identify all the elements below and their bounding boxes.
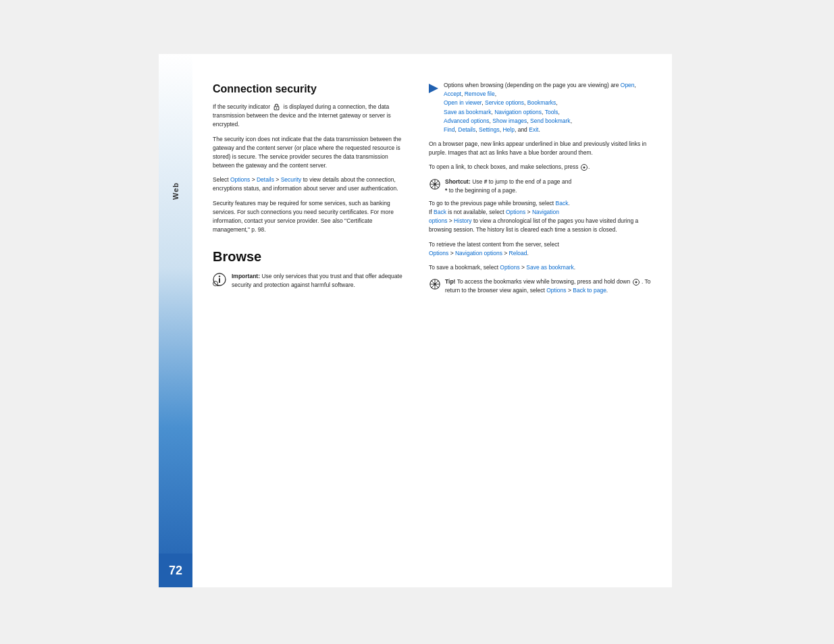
para2: The security icon does not indicate that…: [213, 135, 409, 171]
para1: If the security indicator is displayed d…: [213, 103, 409, 130]
section1-title: Connection security: [213, 81, 409, 97]
tip-text: Tip! To access the bookmarks view while …: [445, 277, 652, 295]
sidebar-web-label: Web: [172, 182, 180, 200]
tip-icon: [429, 278, 441, 290]
page-number-box: 72: [159, 554, 192, 587]
svg-point-3: [219, 276, 220, 277]
opt-details[interactable]: Details: [458, 126, 475, 133]
details-link[interactable]: Details: [257, 176, 274, 183]
shortcut-text: Shortcut: Use # to jump to the end of a …: [445, 178, 571, 195]
important-box: Important: Use only services that you tr…: [213, 272, 409, 290]
right-column: Options when browsing (depending on the …: [429, 81, 652, 560]
opt-savebookmark[interactable]: Save as bookmark: [444, 109, 491, 115]
svg-rect-4: [219, 278, 220, 283]
para-open: To open a link, to check boxes, and make…: [429, 163, 652, 171]
options-text: Options when browsing (depending on the …: [444, 81, 652, 134]
options-link2[interactable]: Options: [506, 209, 525, 215]
para-retrieve: To retrieve the latest content from the …: [429, 240, 652, 258]
para4: Security features may be required for so…: [213, 199, 409, 235]
opt-tools[interactable]: Tools: [545, 109, 558, 115]
opt-serviceoptions[interactable]: Service options: [485, 99, 524, 106]
lock-icon: [273, 103, 280, 111]
opt-navoptions[interactable]: Navigation options: [494, 109, 542, 115]
history-link[interactable]: History: [454, 217, 471, 224]
opt-settings[interactable]: Settings: [479, 126, 500, 133]
options-row: Options when browsing (depending on the …: [429, 81, 652, 134]
back-link2[interactable]: Back: [434, 209, 446, 215]
opt-accept[interactable]: Accept: [444, 90, 461, 97]
save-bookmark-link[interactable]: Save as bookmark: [526, 264, 573, 271]
important-label: Important:: [232, 273, 260, 279]
select-button-icon: [581, 164, 588, 171]
reload-link[interactable]: Reload: [509, 250, 527, 257]
options-link3[interactable]: Options: [429, 250, 448, 257]
shortcut-row: Shortcut: Use # to jump to the end of a …: [429, 178, 652, 195]
hold-button-icon: [633, 279, 640, 286]
opt-removefile[interactable]: Remove file: [465, 90, 495, 97]
opt-find[interactable]: Find: [444, 126, 455, 133]
tip-row: Tip! To access the bookmarks view while …: [429, 277, 652, 295]
left-sidebar: Web 72: [159, 54, 192, 587]
opt-advancedoptions[interactable]: Advanced options: [444, 117, 490, 124]
opt-openviewer[interactable]: Open in viewer: [444, 99, 481, 106]
svg-point-1: [276, 108, 278, 109]
blue-arrow-icon: [429, 84, 438, 93]
back-link[interactable]: Back: [556, 200, 569, 207]
back-to-page-link[interactable]: Back to page: [573, 287, 606, 294]
nav-options-link2[interactable]: Navigation options: [455, 250, 502, 257]
page-number: 72: [169, 564, 182, 578]
opt-help[interactable]: Help: [502, 126, 514, 133]
para3: Select Options > Details > Security to v…: [213, 176, 409, 193]
opt-exit[interactable]: Exit: [529, 126, 538, 133]
left-column: Connection security If the security indi…: [213, 81, 409, 560]
svg-point-18: [434, 283, 436, 286]
opt-sendbookmark[interactable]: Send bookmark: [530, 117, 571, 124]
opt-bookmarks[interactable]: Bookmarks: [527, 99, 556, 106]
para-links: On a browser page, new links appear unde…: [429, 140, 652, 157]
options-link5[interactable]: Options: [546, 287, 566, 294]
para-back: To go to the previous page while browsin…: [429, 199, 652, 235]
nav-options-link[interactable]: Navigationoptions: [429, 209, 559, 224]
shortcut-icon: [429, 178, 441, 190]
section2-title: Browse: [213, 246, 409, 267]
opt-open[interactable]: Open: [621, 82, 635, 88]
options-link4[interactable]: Options: [500, 264, 519, 271]
content-area: Connection security If the security indi…: [192, 54, 672, 587]
para-bookmark: To save a bookmark, select Options > Sav…: [429, 263, 652, 272]
svg-point-12: [434, 183, 436, 186]
important-text: Important: Use only services that you tr…: [232, 272, 409, 290]
opt-showimages[interactable]: Show images: [492, 117, 527, 124]
security-link[interactable]: Security: [281, 176, 302, 183]
tip-label: Tip!: [445, 278, 455, 285]
important-icon: [213, 273, 226, 286]
shortcut-label: Shortcut:: [445, 178, 471, 185]
options-link-1[interactable]: Options: [230, 176, 250, 183]
